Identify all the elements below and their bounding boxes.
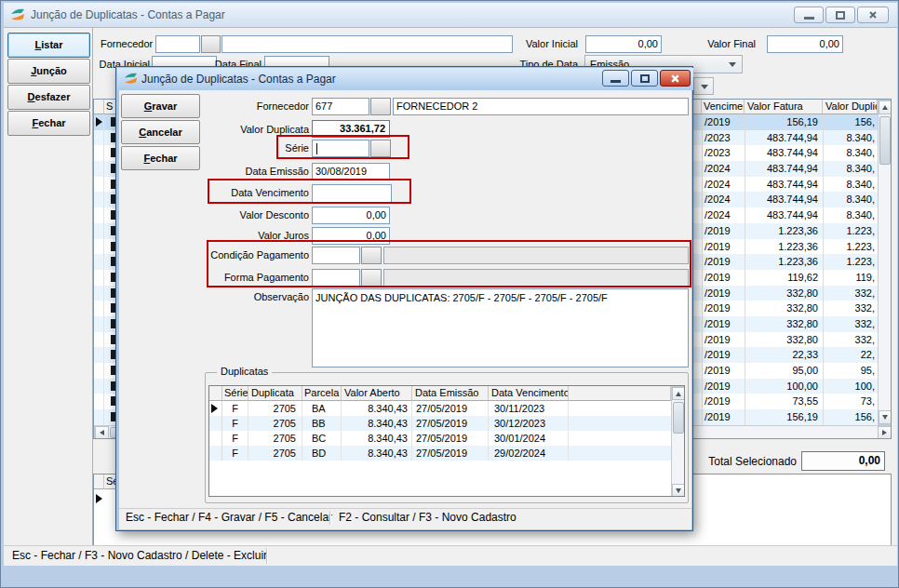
row-indicator-cell <box>94 192 104 207</box>
scroll-down-button[interactable] <box>672 484 685 497</box>
cell-valor-fatura: 95,00 <box>745 363 823 379</box>
table-row[interactable]: F 2705 BB 8.340,43 27/05/2019 30/12/2023 <box>209 416 671 431</box>
header-duplicata[interactable]: Duplicata <box>248 386 302 401</box>
dialog-minimize-button[interactable] <box>602 70 629 87</box>
combo-fragment[interactable] <box>693 77 714 95</box>
cell-vencimento: /2019 <box>702 347 745 363</box>
fornecedor-code-input[interactable]: 677 <box>312 98 369 115</box>
vscroll-thumb[interactable] <box>879 116 891 165</box>
cell-valor-aberto: 8.340,43 <box>342 401 412 416</box>
app-logo-icon <box>124 72 138 86</box>
row-pointer-icon <box>96 494 102 503</box>
cell-valor-fatura: 22,33 <box>745 347 823 363</box>
header-valor-aberto[interactable]: Valor Aberto <box>342 386 412 401</box>
application-window: Junção de Duplicatas - Contas a Pagar Li… <box>0 0 899 588</box>
header-data-vencimento[interactable]: Data Vencimento <box>489 386 569 401</box>
forma-lookup-button[interactable] <box>361 269 382 287</box>
cell-vencimento: /2019 <box>702 363 745 379</box>
header-parcela[interactable]: Parcela <box>302 386 342 401</box>
data-vencimento-input[interactable] <box>312 184 392 203</box>
cell-valor-fatura: 483.744,94 <box>745 192 823 207</box>
observacao-textarea[interactable]: JUNÇÃO DAS DUPLICATAS: 2705/F - 2705/F -… <box>312 288 689 368</box>
dialog-close-button[interactable] <box>660 70 691 87</box>
sidebar-button[interactable]: Junção <box>7 59 90 84</box>
close-button[interactable] <box>857 7 889 23</box>
cell-vencimento: /2023 <box>702 145 745 161</box>
fornecedor-lookup-button[interactable] <box>201 35 221 53</box>
fornecedor-lookup-button[interactable] <box>370 98 391 115</box>
grid-header-valor-fatura[interactable]: Valor Fatura <box>745 100 823 114</box>
dialog-title: Junção de Duplicatas - Contas a Pagar <box>141 73 336 86</box>
arrow-up-icon <box>676 392 681 396</box>
main-sidebar: ListarJunçãoDesfazerFechar <box>7 33 90 137</box>
minimize-button[interactable] <box>794 7 824 23</box>
scroll-up-button[interactable] <box>879 100 892 114</box>
chevron-down-icon <box>729 62 736 67</box>
valor-juros-input[interactable]: 0,00 <box>312 227 390 245</box>
scroll-right-button[interactable] <box>878 426 892 439</box>
row-indicator-cell <box>209 416 222 431</box>
table-row[interactable]: F 2705 BC 8.340,43 27/05/2019 30/01/2024 <box>209 431 671 446</box>
valor-desconto-input[interactable]: 0,00 <box>312 207 390 224</box>
cell-valor-fatura: 332,80 <box>745 332 823 348</box>
dialog-maximize-button[interactable] <box>631 70 658 87</box>
cell-duplicata: 2705 <box>248 416 302 431</box>
valor-inicial-input[interactable]: 0,00 <box>585 35 662 53</box>
valor-inicial-label: Valor Inicial <box>503 38 578 49</box>
arrow-down-icon <box>676 488 681 493</box>
cell-valor-aberto: 8.340,43 <box>342 416 412 431</box>
fornecedor-name-field[interactable]: FORNECEDOR 2 <box>393 98 689 115</box>
chevron-down-icon <box>701 85 708 89</box>
main-titlebar[interactable]: Junção de Duplicatas - Contas a Pagar <box>4 3 897 28</box>
cell-valor-fatura: 483.744,94 <box>745 177 823 193</box>
scroll-left-button[interactable] <box>95 426 109 439</box>
serie-lookup-button[interactable] <box>370 140 391 157</box>
text-caret <box>316 143 317 154</box>
cell-vencimento: /2019 <box>702 270 745 286</box>
sidebar-button[interactable]: Listar <box>7 33 90 58</box>
cell-valor-duplicata: 22, <box>823 347 878 363</box>
grid-header-valor-duplicata[interactable]: Valor Duplica <box>823 100 878 114</box>
grid-vscrollbar[interactable] <box>878 100 892 425</box>
header-serie[interactable]: Série <box>222 386 248 401</box>
dialog-titlebar[interactable]: Junção de Duplicatas - Contas a Pagar <box>117 68 693 90</box>
data-vencimento-label: Data Vencimento <box>179 187 309 198</box>
row-pointer-icon <box>96 117 102 127</box>
table-vscrollbar[interactable] <box>671 386 685 497</box>
cell-valor-fatura: 100,00 <box>745 379 823 394</box>
sidebar-button[interactable]: Desfazer <box>7 85 90 110</box>
cell-data-vencimento: 29/02/2024 <box>489 446 569 461</box>
data-emissao-input[interactable]: 30/08/2019 <box>312 163 390 180</box>
cell-valor-duplicata: 332, <box>823 316 878 332</box>
table-row[interactable]: F 2705 BA 8.340,43 27/05/2019 30/11/2023 <box>209 401 671 416</box>
fornecedor-label: Fornecedor <box>101 38 153 49</box>
valor-desconto-label: Valor Desconto <box>179 209 309 220</box>
valor-final-input[interactable]: 0,00 <box>767 35 843 53</box>
serie-input[interactable] <box>312 140 369 157</box>
scroll-up-button[interactable] <box>672 387 685 400</box>
cell-vencimento: /2019 <box>702 114 745 130</box>
header-data-emissao[interactable]: Data Emissão <box>412 386 489 401</box>
grid-header-vencimento[interactable]: Vencimento <box>702 100 745 114</box>
cell-serie: F <box>222 431 248 446</box>
forma-pagamento-input[interactable] <box>312 269 360 287</box>
scroll-down-button[interactable] <box>879 410 892 424</box>
cell-valor-duplicata: 1.223, <box>823 239 878 255</box>
row-indicator-cell <box>94 207 104 223</box>
row-indicator-cell <box>94 394 104 409</box>
table-row[interactable]: F 2705 BD 8.340,43 27/05/2019 29/02/2024 <box>209 446 671 461</box>
row-indicator-cell <box>94 363 104 379</box>
sidebar-button[interactable]: Fechar <box>7 111 90 136</box>
cell-valor-duplicata: 8.340, <box>823 130 878 146</box>
fornecedor-code-input[interactable] <box>155 35 200 53</box>
cell-data-emissao: 27/05/2019 <box>412 446 489 461</box>
maximize-button[interactable] <box>825 7 855 23</box>
fornecedor-name-field[interactable] <box>221 35 513 53</box>
row-indicator-cell <box>209 401 222 416</box>
main-status-bar: Esc - Fechar / F3 - Novo Cadastro / Dele… <box>4 545 897 566</box>
condicao-lookup-button[interactable] <box>361 247 382 264</box>
condicao-pagamento-input[interactable] <box>312 247 360 264</box>
row-indicator-cell <box>94 301 104 316</box>
vscroll-thumb[interactable] <box>673 402 684 434</box>
cell-duplicata: 2705 <box>248 431 302 446</box>
